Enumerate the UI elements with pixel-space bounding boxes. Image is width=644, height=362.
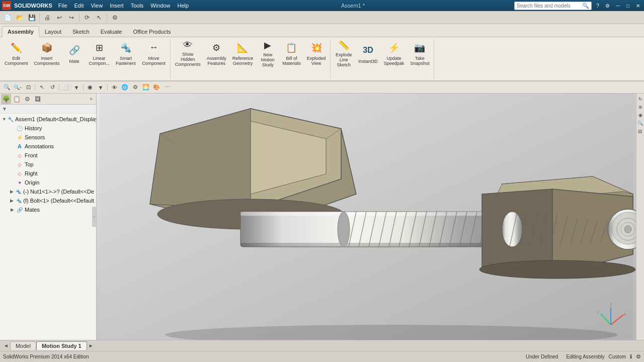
status-icon-1[interactable]: ℹ <box>630 353 632 360</box>
panel-expand-btn[interactable]: » <box>87 95 95 103</box>
tab-evaluate[interactable]: Evaluate <box>95 26 128 37</box>
help-icon[interactable]: ? <box>594 2 602 10</box>
tree-expand-annotations[interactable] <box>9 143 15 149</box>
tab-office-products[interactable]: Office Products <box>127 26 176 37</box>
rp-icon-3[interactable]: ◉ <box>637 112 644 119</box>
tab-model[interactable]: Model <box>10 341 36 350</box>
zoom-out-btn[interactable]: 🔍- <box>13 82 23 93</box>
save-btn[interactable]: 💾 <box>26 12 37 23</box>
instant3d-btn[interactable]: 3D Instant3D <box>356 39 380 67</box>
bill-of-materials-btn[interactable]: 📋 Bill ofMaterials <box>280 39 303 67</box>
tree-item-mates[interactable]: ▶ 🔗 Mates <box>0 205 96 214</box>
tree-item-annotations[interactable]: A Annotations <box>0 142 96 151</box>
tree-expand-top[interactable] <box>9 161 15 167</box>
take-snapshot-btn[interactable]: 📷 TakeSnapshot <box>408 39 432 67</box>
view-orientation-btn[interactable]: ⬜ <box>61 82 71 93</box>
maximize-icon[interactable]: □ <box>624 2 632 10</box>
menu-edit[interactable]: Edit <box>71 2 87 10</box>
configuration-manager-tab[interactable]: ⚙ <box>22 94 32 104</box>
menu-view[interactable]: View <box>88 2 106 10</box>
linear-component-btn[interactable]: ⊞ LinearCompon... <box>87 39 113 67</box>
tree-expand-sensors[interactable] <box>9 134 15 140</box>
rp-icon-4[interactable]: 🔍 <box>637 120 644 127</box>
print-btn[interactable]: 🖨 <box>42 12 53 23</box>
view-orientation-arrow-btn[interactable]: ▼ <box>71 82 82 93</box>
smart-fasteners-btn[interactable]: 🔩 SmartFasteners <box>113 39 138 67</box>
rotate-btn[interactable]: ↺ <box>47 82 57 93</box>
appearance-btn[interactable]: 🎨 <box>151 82 162 93</box>
search-input[interactable] <box>517 3 582 9</box>
tree-expand-root[interactable]: ▼ <box>2 116 7 122</box>
menu-help[interactable]: Help <box>174 2 192 10</box>
menu-file[interactable]: File <box>55 2 70 10</box>
tree-item-top[interactable]: ◇ Top <box>0 160 96 169</box>
update-speedpak-btn[interactable]: ⚡ UpdateSpeedpak <box>381 39 407 67</box>
rebuild-btn[interactable]: ⟳ <box>82 12 93 23</box>
tree-item-nut1[interactable]: ▶ 🔩 (-) Nut1<1>->? (Default<<De <box>0 187 96 196</box>
tab-assembly[interactable]: Assembly <box>2 26 39 37</box>
display-style-btn[interactable]: ◉ <box>85 82 95 93</box>
show-hidden-btn[interactable]: 👁 ShowHiddenComponents <box>173 39 203 67</box>
3d-viewport[interactable]: X Y Z <box>97 94 636 340</box>
bottom-scroll-left[interactable]: ◄ <box>2 343 10 348</box>
scene-btn[interactable]: 🌐 <box>120 82 130 93</box>
zoom-in-btn[interactable]: 🔍 <box>2 82 12 93</box>
undo-btn[interactable]: ↩ <box>54 12 65 23</box>
tree-item-history[interactable]: 🕐 History <box>0 124 96 133</box>
reference-geometry-btn[interactable]: 📐 ReferenceGeometry <box>230 39 256 67</box>
panel-collapse-handle[interactable]: ‹ <box>92 207 96 227</box>
tree-item-bolt1[interactable]: ▶ 🔩 (f) Bolt<1> (Default<<Default <box>0 196 96 205</box>
menu-insert[interactable]: Insert <box>107 2 127 10</box>
feature-manager-tab[interactable]: 🌳 <box>1 94 11 104</box>
insert-components-btn[interactable]: 📦 InsertComponents <box>32 39 62 67</box>
new-motion-study-btn[interactable]: ▶ NewMotionStudy <box>257 39 279 67</box>
exploded-view-btn[interactable]: 💥 ExplodedView <box>304 39 329 67</box>
tree-expand-bolt1[interactable]: ▶ <box>9 198 15 204</box>
mate-btn[interactable]: 🔗 Mate <box>63 39 86 67</box>
minimize-icon[interactable]: ─ <box>614 2 622 10</box>
tab-layout[interactable]: Layout <box>39 26 67 37</box>
hide-show-btn[interactable]: 👁 <box>109 82 119 93</box>
tree-expand-origin[interactable] <box>9 179 15 186</box>
move-component-btn[interactable]: ↔ MoveComponent <box>139 39 168 67</box>
tree-item-right[interactable]: ◇ Right <box>0 169 96 178</box>
menu-window[interactable]: Window <box>147 2 173 10</box>
redo-btn[interactable]: ↪ <box>66 12 77 23</box>
status-icon-2[interactable]: ⚙ <box>636 353 641 360</box>
tab-motion-study-1[interactable]: Motion Study 1 <box>36 341 87 350</box>
menu-tools[interactable]: Tools <box>128 2 147 10</box>
display-style-arrow-btn[interactable]: ▼ <box>96 82 106 93</box>
tree-expand-history[interactable] <box>9 125 15 131</box>
tab-sketch[interactable]: Sketch <box>67 26 95 37</box>
tree-expand-right[interactable] <box>9 170 15 176</box>
select-btn[interactable]: ↖ <box>94 12 105 23</box>
select-filter-btn[interactable]: ↖ <box>37 82 47 93</box>
new-btn[interactable]: 📄 <box>2 12 13 23</box>
bottom-scroll-right[interactable]: ► <box>87 343 95 348</box>
open-btn[interactable]: 📂 <box>14 12 25 23</box>
assembly-features-btn[interactable]: ⚙ AssemblyFeatures <box>204 39 229 67</box>
apply-scene-btn[interactable]: 🌅 <box>141 82 151 93</box>
tree-item-front[interactable]: ◇ Front <box>0 151 96 160</box>
property-manager-tab[interactable]: 📋 <box>12 94 22 104</box>
options-btn[interactable]: ⚙ <box>109 12 120 23</box>
rp-icon-2[interactable]: ⊕ <box>637 104 644 111</box>
rp-icon-1[interactable]: ↻ <box>637 96 644 103</box>
search-icon[interactable]: 🔍 <box>582 3 589 9</box>
edit-component-btn[interactable]: ✏️ EditComponent <box>2 39 31 67</box>
options-icon[interactable]: ⚙ <box>604 2 612 10</box>
tree-expand-front[interactable] <box>9 152 15 158</box>
tree-expand-nut1[interactable]: ▶ <box>9 189 15 195</box>
more-btn[interactable]: ⋯ <box>162 82 172 93</box>
zoom-fit-btn[interactable]: ⊡ <box>23 82 33 93</box>
tree-assembly-root[interactable]: ▼ 🔧 Assem1 (Default<Default_Display <box>0 115 96 124</box>
search-box[interactable]: 🔍 <box>514 2 592 10</box>
tree-expand-mates[interactable]: ▶ <box>9 207 15 213</box>
view-setting-btn[interactable]: ⚙ <box>130 82 140 93</box>
close-icon[interactable]: ✕ <box>634 2 642 10</box>
rp-icon-5[interactable]: ▤ <box>637 128 644 135</box>
explode-line-sketch-btn[interactable]: 📏 ExplodeLineSketch <box>333 39 355 67</box>
display-manager-tab[interactable]: 🖼 <box>33 94 43 104</box>
tree-item-sensors[interactable]: ⚡ Sensors <box>0 133 96 142</box>
tree-item-origin[interactable]: ✦ Origin <box>0 178 96 187</box>
